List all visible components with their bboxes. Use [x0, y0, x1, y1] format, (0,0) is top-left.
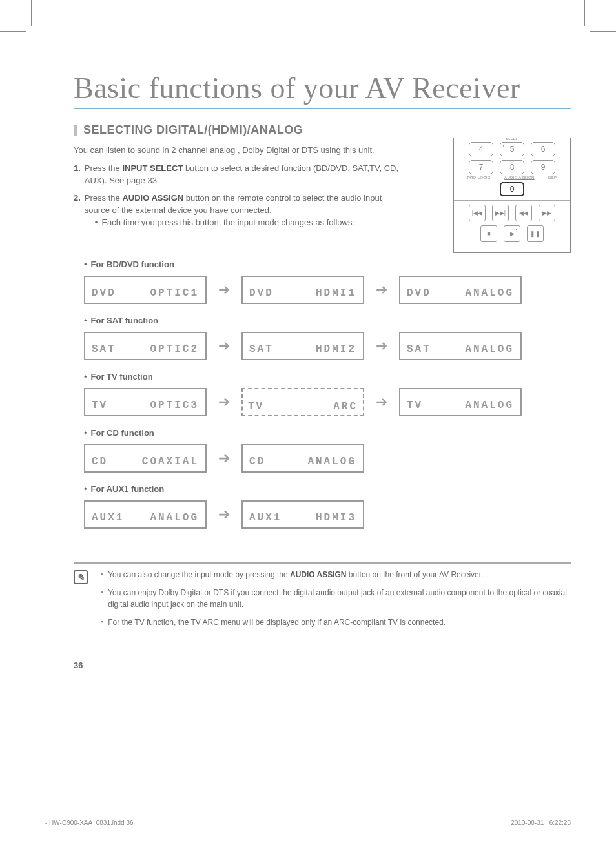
lcd-dvd-analog: DVDANALOG — [399, 276, 522, 304]
bd-func-label: For BD/DVD function — [84, 260, 571, 269]
remote-key-ff: ▶▶ — [539, 205, 555, 221]
lcd-sat-optic2: SATOPTIC2 — [84, 332, 207, 360]
note-icon: ✎ — [74, 570, 88, 584]
remote-key-5: 5 — [500, 142, 524, 156]
remote-illustration: 4 SLEEP5 6 7 8 9 PRO.LOGIC AUDIO ASSIGN … — [453, 138, 571, 253]
input-select-label: INPUT SELECT — [122, 163, 183, 173]
step-2: 2. Press the AUDIO ASSIGN button on the … — [74, 192, 403, 229]
note-1: You can also change the input mode by pr… — [101, 569, 571, 580]
lcd-dvd-optic1: DVDOPTIC1 — [84, 276, 207, 304]
page-number: 36 — [74, 660, 571, 670]
note-3: For the TV function, the TV ARC menu wil… — [101, 617, 571, 628]
lcd-tv-arc: TVARC — [241, 388, 364, 416]
bd-row: DVDOPTIC1 ➔ DVDHDMI1 ➔ DVDANALOG — [84, 276, 571, 304]
arrow-icon: ➔ — [376, 281, 387, 298]
remote-key-8: 8 — [500, 160, 524, 174]
remote-key-pause: ❚❚ — [527, 225, 544, 242]
sat-row: SATOPTIC2 ➔ SATHDMI2 ➔ SATANALOG — [84, 332, 571, 360]
remote-label-dsp: DSP — [548, 176, 557, 179]
tv-row: TVOPTIC3 ➔ TVARC ➔ TVANALOG — [84, 388, 571, 416]
lcd-cd-coaxial: CDCOAXIAL — [84, 444, 207, 473]
lcd-cd-analog: CDANALOG — [241, 444, 364, 473]
footer-date: 2010-08-31 — [511, 819, 544, 826]
step-2-bullet: Each time you press this button, the inp… — [95, 217, 403, 229]
step-1-num: 1. — [74, 163, 81, 187]
footer-time: 6:22:23 — [549, 819, 571, 826]
arrow-icon: ➔ — [376, 338, 387, 354]
remote-key-play: ▶ — [504, 225, 520, 242]
arrow-icon: ➔ — [218, 394, 230, 411]
remote-label-prologic: PRO.LOGIC — [467, 176, 491, 179]
remote-key-stop: ■ — [480, 225, 497, 242]
audio-assign-label: AUDIO ASSIGN — [122, 193, 183, 203]
arrow-icon: ➔ — [376, 394, 387, 411]
remote-key-0-audio-assign: 0 — [500, 182, 524, 196]
lcd-aux1-hdmi3: AUX1HDMI3 — [241, 500, 364, 529]
step-2-num: 2. — [74, 192, 81, 229]
cd-row: CDCOAXIAL ➔ CDANALOG — [84, 444, 571, 473]
remote-key-rew: ◀◀ — [515, 205, 532, 221]
lcd-tv-analog: TVANALOG — [399, 388, 522, 416]
remote-key-6: 6 — [531, 142, 555, 156]
cd-func-label: For CD function — [84, 428, 571, 438]
lcd-tv-optic3: TVOPTIC3 — [84, 388, 207, 416]
lcd-sat-hdmi2: SATHDMI2 — [241, 332, 364, 360]
aux-row: AUX1ANALOG ➔ AUX1HDMI3 — [84, 500, 571, 529]
section-bar-icon — [74, 125, 77, 136]
aux-func-label: For AUX1 function — [84, 484, 571, 494]
note-2: You can enjoy Dolby Digital or DTS if yo… — [101, 587, 571, 610]
lcd-sat-analog: SATANALOG — [399, 332, 522, 360]
remote-label-audioassign: AUDIO ASSIGN — [504, 176, 535, 179]
sat-func-label: For SAT function — [84, 316, 571, 325]
remote-key-7: 7 — [469, 160, 493, 174]
remote-key-next: ▶▶| — [492, 205, 509, 221]
section-title: SELECTING DIGITAL/(HDMI)/ANALOG — [83, 123, 303, 137]
remote-key-4: 4 — [469, 142, 493, 156]
intro-text: You can listen to sound in 2 channel ana… — [74, 145, 403, 156]
arrow-icon: ➔ — [218, 281, 230, 298]
step-1: 1. Press the INPUT SELECT button to sele… — [74, 163, 403, 187]
arrow-icon: ➔ — [218, 338, 230, 354]
lcd-aux1-analog: AUX1ANALOG — [84, 500, 207, 529]
arrow-icon: ➔ — [218, 450, 230, 467]
footer-file: - HW-C900-XAA_0831.indd 36 — [45, 819, 134, 826]
remote-key-9: 9 — [531, 160, 555, 174]
lcd-dvd-hdmi1: DVDHDMI1 — [241, 276, 364, 304]
tv-func-label: For TV function — [84, 372, 571, 382]
arrow-icon: ➔ — [218, 506, 230, 523]
page-title: Basic functions of your AV Receiver — [74, 71, 571, 109]
remote-key-prev: |◀◀ — [469, 205, 486, 221]
